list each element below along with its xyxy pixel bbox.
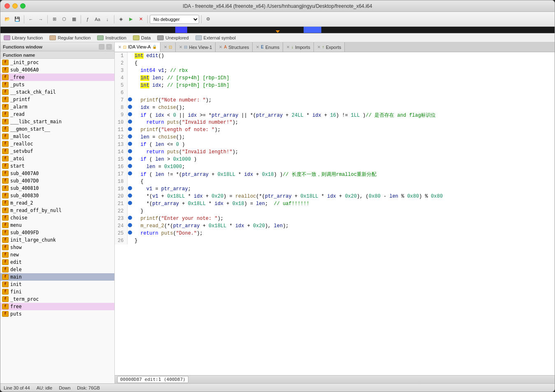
tab-Imports[interactable]: ✕↓Imports xyxy=(283,42,314,52)
function-list-item[interactable]: fsub_4007A0 xyxy=(0,170,114,177)
breakpoint-dot[interactable] xyxy=(127,134,133,141)
breakpoint-dot[interactable] xyxy=(127,185,133,193)
tab-close-icon[interactable]: ✕ xyxy=(219,45,222,49)
tab-close-icon[interactable]: ✕ xyxy=(286,45,290,49)
function-list-item[interactable]: fm_read_2 xyxy=(0,199,114,207)
breakpoint-dot[interactable] xyxy=(127,171,133,178)
toolbar-stop-btn[interactable]: ✕ xyxy=(136,15,145,24)
function-list-item[interactable]: fchoise xyxy=(0,214,114,221)
function-list-item[interactable]: fsub_400810 xyxy=(0,184,114,192)
function-list-item[interactable]: fsub_4007D0 xyxy=(0,177,114,184)
function-list-item[interactable]: f_alarm xyxy=(0,103,114,111)
tab-IDA View-A[interactable]: ✕⊡IDA View-A🔒 xyxy=(115,42,160,52)
function-list-item[interactable]: f_malloc xyxy=(0,133,114,140)
breakpoint-dot[interactable] xyxy=(127,126,133,134)
breakpoint-dot[interactable] xyxy=(127,148,133,156)
close-button[interactable] xyxy=(5,3,10,9)
toolbar-import-btn[interactable]: ↓ xyxy=(103,15,112,24)
function-list-item[interactable]: fsub_4006A0 xyxy=(0,66,114,74)
function-list-item[interactable]: fedit xyxy=(0,258,114,266)
function-list-item[interactable]: f_free xyxy=(0,74,114,81)
breakpoint-dot[interactable] xyxy=(127,60,133,67)
panel-float-btn[interactable]: ⬚ xyxy=(99,44,104,50)
breakpoint-dot[interactable] xyxy=(127,119,133,126)
breakpoint-dot[interactable] xyxy=(127,67,133,74)
minimize-button[interactable] xyxy=(12,3,18,9)
tab-Hex View-1[interactable]: ✕⊟Hex View-1 xyxy=(176,42,216,52)
toolbar-xref-btn[interactable]: ⊞ xyxy=(50,15,59,24)
toolbar-run-btn[interactable]: ▶ xyxy=(126,15,135,24)
tab-Structures[interactable]: ✕AStructures xyxy=(216,42,253,52)
function-list-item[interactable]: fnew xyxy=(0,251,114,258)
function-list-item[interactable]: fsub_400830 xyxy=(0,192,114,199)
line-number: 9 xyxy=(115,111,127,119)
function-list-item[interactable]: fdele xyxy=(0,266,114,273)
breakpoint-dot[interactable] xyxy=(127,208,133,215)
function-list-item[interactable]: f_init_proc xyxy=(0,59,114,66)
breakpoint-dot[interactable] xyxy=(127,97,133,104)
tab-Exports[interactable]: ✕↑Exports xyxy=(314,42,345,52)
debugger-select[interactable]: No debugger xyxy=(150,15,199,24)
func-name: edit xyxy=(10,259,22,265)
breakpoint-dot[interactable] xyxy=(127,156,133,163)
breakpoint-dot[interactable] xyxy=(127,52,133,60)
function-list-item[interactable]: ffini xyxy=(0,288,114,295)
function-list-item[interactable]: f_setvbuf xyxy=(0,148,114,155)
breakpoint-dot[interactable] xyxy=(127,104,133,111)
panel-close-btn[interactable]: × xyxy=(106,44,112,50)
tab-Enums[interactable]: ✕EEnums xyxy=(253,42,283,52)
tab-close-icon[interactable]: ✕ xyxy=(317,45,320,49)
breakpoint-dot[interactable] xyxy=(127,193,133,200)
breakpoint-dot[interactable] xyxy=(127,178,133,185)
code-row: 22 } xyxy=(115,208,555,215)
function-list-item[interactable]: f_printf xyxy=(0,96,114,103)
function-list-item[interactable]: fsub_4009FD xyxy=(0,229,114,236)
breakpoint-dot[interactable] xyxy=(127,74,133,82)
function-list-item[interactable]: fm_read_off_by_null xyxy=(0,207,114,214)
function-list-item[interactable]: finit_large_chunk xyxy=(0,236,114,244)
toolbar-graph-btn[interactable]: ◈ xyxy=(116,15,125,24)
breakpoint-dot[interactable] xyxy=(127,222,133,230)
toolbar-hex-btn[interactable]: ⬡ xyxy=(60,15,69,24)
toolbar-fwd-btn[interactable]: → xyxy=(36,15,45,24)
toolbar-open-btn[interactable]: 📂 xyxy=(3,15,12,24)
function-list-item[interactable]: fmenu xyxy=(0,221,114,229)
tab-close-icon[interactable]: ✕ xyxy=(179,45,182,49)
toolbar-code-btn[interactable]: ▦ xyxy=(70,15,79,24)
code-area[interactable]: 1int edit()2{3 int64 v1; // rbx4 int len… xyxy=(115,52,555,375)
function-list-item[interactable]: f_atoi xyxy=(0,155,114,162)
breakpoint-dot[interactable] xyxy=(127,111,133,119)
function-list-item[interactable]: f_read xyxy=(0,111,114,118)
function-list-item[interactable]: fstart xyxy=(0,162,114,170)
toolbar-settings-btn[interactable]: ⚙ xyxy=(204,15,213,24)
function-list-item[interactable]: fmain xyxy=(0,273,114,281)
breakpoint-dot[interactable] xyxy=(127,89,133,97)
breakpoint-dot[interactable] xyxy=(127,200,133,208)
tab-unnamed[interactable]: ✕⊡ xyxy=(160,42,176,52)
toolbar-save-btn[interactable]: 💾 xyxy=(13,15,22,24)
toolbar-func-btn[interactable]: ƒ xyxy=(83,15,92,24)
toolbar-back-btn[interactable]: ← xyxy=(26,15,35,24)
function-list-item[interactable]: f__gmon_start__ xyxy=(0,125,114,133)
function-list-item[interactable]: f___libc_start_main xyxy=(0,118,114,125)
function-list-item[interactable]: ffree xyxy=(0,303,114,310)
breakpoint-dot[interactable] xyxy=(127,141,133,148)
tab-close-icon[interactable]: ✕ xyxy=(164,45,167,49)
tab-close-icon[interactable]: ✕ xyxy=(256,45,259,49)
function-list-item[interactable]: f_realloc xyxy=(0,140,114,148)
function-list-item[interactable]: f_puts xyxy=(0,81,114,88)
tab-close-icon[interactable]: ✕ xyxy=(118,45,121,49)
functions-list[interactable]: f_init_procfsub_4006A0f_freef_putsf__sta… xyxy=(0,59,114,383)
breakpoint-dot[interactable] xyxy=(127,237,133,244)
breakpoint-dot[interactable] xyxy=(127,230,133,237)
maximize-button[interactable] xyxy=(20,3,26,9)
function-list-item[interactable]: f__stack_chk_fail xyxy=(0,88,114,96)
function-list-item[interactable]: f_term_proc xyxy=(0,295,114,303)
breakpoint-dot[interactable] xyxy=(127,163,133,171)
function-list-item[interactable]: fshow xyxy=(0,244,114,251)
breakpoint-dot[interactable] xyxy=(127,215,133,222)
toolbar-string-btn[interactable]: Aa xyxy=(93,15,102,24)
function-list-item[interactable]: fputs xyxy=(0,310,114,318)
function-list-item[interactable]: finit xyxy=(0,281,114,288)
breakpoint-dot[interactable] xyxy=(127,82,133,89)
